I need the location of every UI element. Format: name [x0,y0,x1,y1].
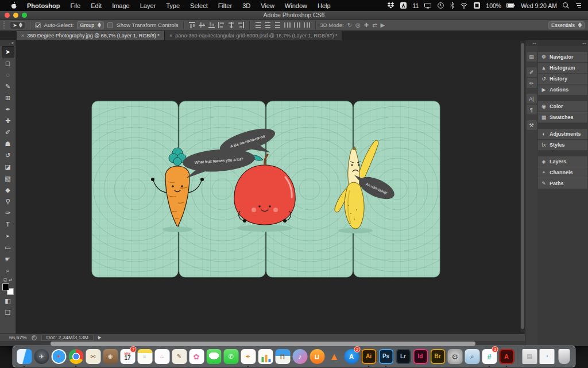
align-top-edges[interactable] [188,21,196,29]
panel-button[interactable]: ◓ Channels [538,167,587,178]
distribute-left-edges[interactable] [284,21,291,29]
facetime[interactable]: ✆ [223,347,239,366]
align-right-edges[interactable] [237,21,245,29]
bridge[interactable]: Br [430,347,446,366]
distribute-right-edges[interactable] [303,21,311,29]
auto-select-checkbox[interactable] [35,22,41,28]
panel-button[interactable]: ◈ Layers [538,156,587,167]
panels-collapse-button[interactable]: «« [538,40,587,46]
dropbox-icon[interactable] [387,2,394,9]
slack[interactable]: # 3 • [482,347,497,366]
show-transform-checkbox[interactable] [107,22,113,28]
apple-menu[interactable] [6,2,22,9]
pen-tool[interactable]: ✑ [2,207,14,218]
vertical-scrollbar[interactable] [520,41,525,332]
type-tool[interactable]: T [2,218,14,230]
mail[interactable]: ✉ [86,347,101,366]
doc-size-well[interactable]: Doc: 2,34M/3,13M [41,335,94,341]
options-grip[interactable] [3,21,5,29]
notes[interactable]: ≡ [137,347,153,366]
mini-bridge-panel-icon[interactable]: ▤ [527,52,537,62]
quick-selection-tool[interactable]: ✎ [2,80,14,92]
menubar-item[interactable]: Window [280,2,312,9]
tab-close-icon[interactable]: × [21,33,24,39]
adobe-cc-icon[interactable] [400,2,407,9]
panel-button[interactable]: ▶ Actions [538,85,587,95]
minimized-window-pdf[interactable]: ▤ [522,347,537,366]
menubar-item[interactable]: 3D [237,2,256,9]
paragraph-panel-icon[interactable]: ¶ [527,105,537,114]
gradient-tool[interactable]: ▧ [2,172,14,184]
notification-center-icon[interactable] [575,2,582,9]
workspace-switcher[interactable]: Essentials [548,21,585,29]
document-tab[interactable]: × pano-360-equirectangular-grid-6000.psd… [165,31,343,40]
status-expand-arrow[interactable]: ▶ [98,335,101,340]
safari[interactable]: ✦ [51,347,67,366]
panel-button[interactable]: ▦ Swatches [538,112,587,123]
tools-collapse-button[interactable]: » [0,40,16,46]
minimize-window-button[interactable] [13,13,18,18]
3d-rotate-icon[interactable]: ↻ [347,22,352,28]
align-vertical-centers[interactable] [198,21,206,29]
menubar-item[interactable]: Select [185,2,213,9]
launchpad[interactable]: ✈ [34,347,49,366]
crop-tool[interactable]: ⊞ [2,92,14,103]
tab-close-icon[interactable]: × [169,33,172,39]
strip-collapse-button[interactable]: «« [525,40,537,46]
menubar-item[interactable]: View [256,2,280,9]
indesign[interactable]: Id [413,347,428,366]
chrome[interactable]: • [68,347,84,366]
messages[interactable] [206,347,222,366]
photoshop[interactable]: Ps • [378,347,394,366]
swap-colors-icon[interactable]: ⇄ [9,278,12,282]
menubar-clock[interactable]: Wed 9:20 AM [521,2,557,9]
minimized-window-chrome[interactable]: ◔ [539,347,555,366]
blur-tool[interactable]: ◆ [2,184,14,195]
tool-presets-panel-icon[interactable]: ⚒ [527,120,537,130]
default-colors-icon[interactable]: ◱ [3,278,7,282]
zoom-window-button[interactable] [22,13,27,18]
align-horizontal-centers[interactable] [227,21,235,29]
panel-button[interactable]: ✎ Paths [538,178,587,189]
hand-tool[interactable]: ☛ [2,253,14,264]
photos[interactable]: ✿ [189,347,204,366]
zoom-tool[interactable]: ⌕ [2,264,14,276]
zoom-level-field[interactable]: 66,67% [9,335,27,340]
menubar-item[interactable]: File [65,2,86,9]
menubar-item[interactable]: Edit [86,2,107,9]
panel-button[interactable]: ◉ Color [538,101,587,112]
finder[interactable]: • [17,347,32,366]
textedit[interactable]: ✎ [172,347,187,366]
menubar-item[interactable]: Type [161,2,185,9]
close-window-button[interactable] [5,13,10,18]
panel-button[interactable]: fx Styles [538,140,587,151]
vertical-scroll-thumb[interactable] [521,43,524,329]
trash[interactable] [556,347,572,366]
menubar-item[interactable]: Image [107,2,135,9]
history-brush-tool[interactable]: ↺ [2,150,14,161]
acrobat[interactable]: A • [499,347,514,366]
clone-stamp-tool[interactable]: ☗ [2,138,14,150]
numbers[interactable] [258,347,273,366]
wifi-icon[interactable] [460,2,468,9]
align-left-edges[interactable] [218,21,225,29]
3d-pan-icon[interactable]: ✚ [364,22,369,28]
distribute-top-edges[interactable] [254,21,262,29]
status-sync-icon[interactable] [32,335,37,340]
3d-slide-icon[interactable]: ⇄ [372,22,377,28]
path-selection-tool[interactable]: ➢ [2,230,14,241]
menubar-item[interactable]: Help [312,2,336,9]
contacts[interactable]: ◉ [103,347,118,366]
lasso-tool[interactable]: ◌ [2,69,14,80]
3d-roll-icon[interactable]: ◎ [355,22,361,28]
brush-tool[interactable]: ✐ [2,126,14,138]
quick-mask-button[interactable]: ◧ [2,295,14,306]
panel-button[interactable]: ↺ History [538,74,587,85]
screen-mode-button[interactable]: ❏ [2,306,14,318]
brush-presets-panel-icon[interactable]: ✏ [527,78,537,88]
dodge-tool[interactable]: ⚲ [2,195,14,207]
distribute-bottom-edges[interactable] [274,21,281,29]
illustrator[interactable]: Ai • [361,347,377,366]
brush-panel-icon[interactable]: ✐ [527,67,537,77]
preview[interactable]: ⌕ [465,347,480,366]
